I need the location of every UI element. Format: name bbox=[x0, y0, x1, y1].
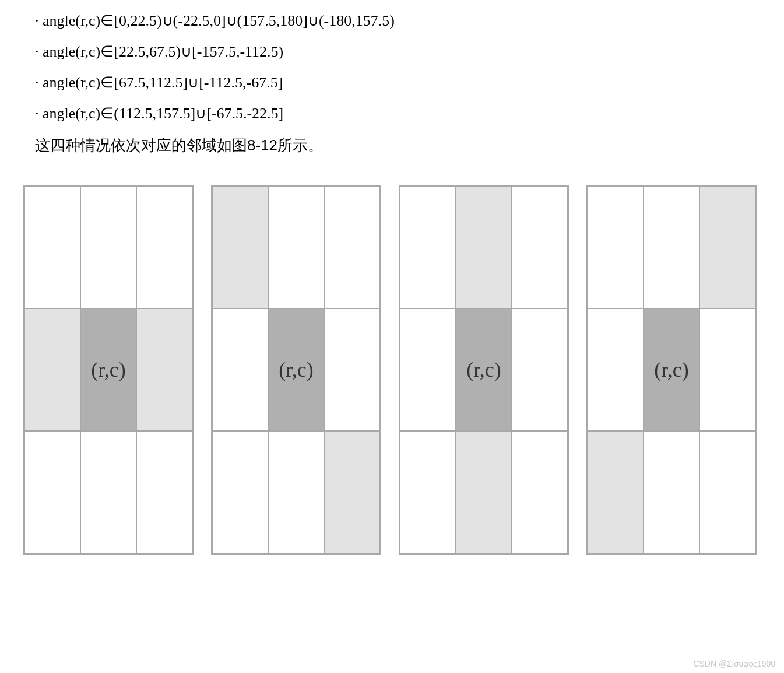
grid-cell bbox=[212, 309, 268, 431]
grid-cell bbox=[136, 431, 192, 553]
grid-cell bbox=[268, 431, 324, 553]
grid-cell bbox=[324, 431, 380, 553]
formula-line-3: · angle(r,c)∈[67.5,112.5]∪[-112.5,-67.5] bbox=[23, 73, 761, 92]
grid-1: (r,c) bbox=[23, 185, 194, 555]
grid-cell bbox=[24, 186, 80, 309]
center-label: (r,c) bbox=[279, 357, 314, 382]
grid-2: (r,c) bbox=[211, 185, 381, 555]
grid-cell bbox=[456, 431, 512, 553]
grid-cell bbox=[400, 309, 456, 431]
grid-cell bbox=[512, 186, 568, 309]
grid-cell bbox=[588, 309, 644, 431]
grids-row: (r,c) (r,c) (r,c) (r,c) bbox=[23, 185, 761, 555]
grid-3: (r,c) bbox=[399, 185, 569, 555]
grid-cell bbox=[512, 431, 568, 553]
grid-cell bbox=[136, 309, 192, 431]
grid-cell: (r,c) bbox=[644, 309, 699, 431]
grid-cell bbox=[699, 186, 755, 309]
formula-line-1: · angle(r,c)∈[0,22.5)∪(-22.5,0]∪(157.5,1… bbox=[23, 12, 761, 30]
grid-cell: (r,c) bbox=[456, 309, 512, 431]
caption-text: 这四种情况依次对应的邻域如图8-12所示。 bbox=[23, 135, 761, 156]
grid-cell bbox=[136, 186, 192, 309]
grid-cell bbox=[588, 431, 644, 553]
grid-cell bbox=[268, 186, 324, 309]
center-label: (r,c) bbox=[466, 357, 501, 382]
grid-cell bbox=[24, 309, 80, 431]
grid-cell bbox=[400, 186, 456, 309]
grid-cell bbox=[80, 186, 136, 309]
formula-line-2: · angle(r,c)∈[22.5,67.5)∪[-157.5,-112.5) bbox=[23, 43, 761, 61]
center-label: (r,c) bbox=[91, 357, 126, 382]
grid-cell: (r,c) bbox=[268, 309, 324, 431]
grid-cell bbox=[512, 309, 568, 431]
grid-cell bbox=[644, 431, 699, 553]
formula-list: · angle(r,c)∈[0,22.5)∪(-22.5,0]∪(157.5,1… bbox=[23, 12, 761, 122]
grid-cell bbox=[699, 431, 755, 553]
grid-cell bbox=[324, 186, 380, 309]
grid-cell bbox=[644, 186, 699, 309]
grid-cell bbox=[456, 186, 512, 309]
grid-cell bbox=[24, 431, 80, 553]
grid-cell bbox=[588, 186, 644, 309]
grid-cell bbox=[400, 431, 456, 553]
grid-cell: (r,c) bbox=[80, 309, 136, 431]
center-label: (r,c) bbox=[654, 357, 689, 382]
grid-4: (r,c) bbox=[586, 185, 757, 555]
grid-cell bbox=[324, 309, 380, 431]
grid-cell bbox=[699, 309, 755, 431]
grid-cell bbox=[80, 431, 136, 553]
grid-cell bbox=[212, 186, 268, 309]
formula-line-4: · angle(r,c)∈(112.5,157.5]∪[-67.5.-22.5] bbox=[23, 104, 761, 122]
grid-cell bbox=[212, 431, 268, 553]
